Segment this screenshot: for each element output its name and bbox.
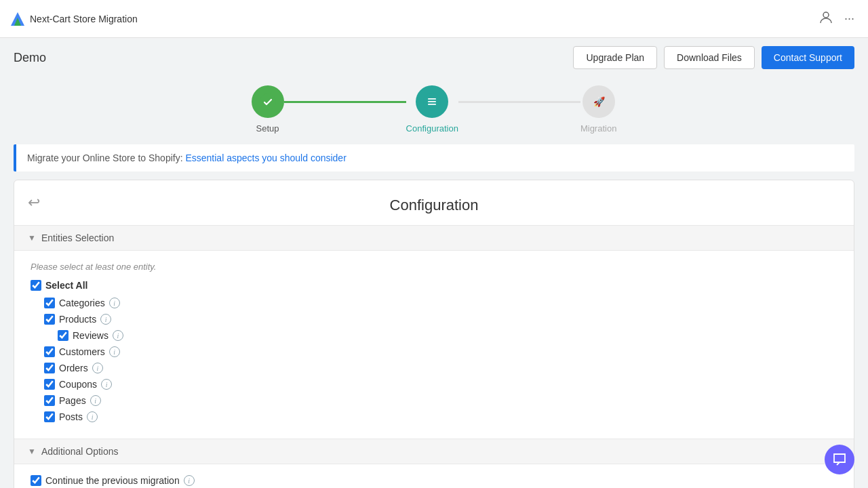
step-setup-circle	[252, 85, 284, 118]
contact-support-button[interactable]: Contact Support	[762, 46, 854, 69]
pages-label: Pages	[59, 395, 86, 406]
coupons-checkbox[interactable]	[44, 379, 55, 390]
opt-continue-migration: Continue the previous migration i	[31, 475, 837, 486]
pages-info-icon[interactable]: i	[90, 395, 101, 406]
orders-label: Orders	[59, 363, 88, 373]
orders-info-icon[interactable]: i	[92, 363, 103, 373]
entities-section-header: ▼ Entities Selection	[14, 225, 854, 251]
upgrade-plan-button[interactable]: Upgrade Plan	[573, 46, 657, 69]
reviews-label: Reviews	[73, 330, 108, 341]
reviews-info-icon[interactable]: i	[113, 330, 123, 341]
more-options-btn[interactable]: ···	[842, 9, 857, 28]
customers-info-icon[interactable]: i	[109, 346, 120, 357]
svg-point-3	[260, 94, 276, 110]
customers-label: Customers	[59, 346, 105, 357]
step-migration-label: Migration	[580, 123, 616, 134]
entity-reviews: Reviews i	[58, 330, 837, 341]
entity-categories: Categories i	[44, 298, 837, 308]
additional-options-body: Continue the previous migration i Clear …	[14, 464, 854, 488]
step-configuration-circle	[416, 85, 448, 118]
entity-pages: Pages i	[44, 395, 837, 406]
stepper: Setup Configuration 🚀 Migration	[0, 69, 868, 144]
additional-section-header: ▼ Additional Options	[14, 439, 854, 464]
continue-migration-label: Continue the previous migration	[45, 475, 180, 486]
step-setup-label: Setup	[256, 123, 279, 134]
svg-rect-6	[428, 101, 436, 102]
entity-orders: Orders i	[44, 363, 837, 373]
categories-checkbox[interactable]	[44, 298, 55, 308]
config-title: Configuration	[14, 180, 854, 225]
customers-checkbox[interactable]	[44, 346, 55, 357]
app-title: Next-Cart Store Migration	[30, 14, 138, 24]
topbar: Next-Cart Store Migration ···	[0, 0, 868, 38]
step-line-1	[284, 101, 406, 103]
svg-rect-7	[428, 104, 436, 105]
svg-point-2	[823, 12, 829, 18]
entity-products: Products i	[44, 314, 837, 325]
svg-text:🚀: 🚀	[593, 96, 605, 108]
categories-label: Categories	[59, 298, 105, 308]
reviews-checkbox[interactable]	[58, 330, 68, 341]
info-banner-text: Migrate your Online Store to Shopify:	[27, 152, 183, 163]
coupons-label: Coupons	[59, 379, 97, 390]
continue-migration-info-icon[interactable]: i	[184, 475, 195, 486]
app-logo-icon	[11, 12, 24, 26]
step-migration: 🚀 Migration	[580, 85, 616, 134]
config-card: ↩ Configuration ▼ Entities Selection Ple…	[14, 180, 854, 488]
pages-checkbox[interactable]	[44, 395, 55, 406]
entity-select-all: Select All	[31, 280, 837, 291]
svg-rect-5	[428, 98, 436, 100]
header-actions: Upgrade Plan Download Files Contact Supp…	[573, 46, 854, 69]
select-all-checkbox[interactable]	[31, 280, 41, 291]
entities-hint: Please select at least one entity.	[31, 262, 837, 272]
entities-header-label: Entities Selection	[41, 232, 114, 243]
info-banner-link[interactable]: Essential aspects you should consider	[185, 152, 346, 163]
main-area: Migrate your Online Store to Shopify: Es…	[0, 144, 868, 488]
products-checkbox[interactable]	[44, 314, 55, 325]
entities-collapse-icon[interactable]: ▼	[28, 233, 36, 243]
step-configuration-label: Configuration	[406, 123, 458, 134]
additional-header-label: Additional Options	[41, 446, 119, 457]
posts-checkbox[interactable]	[44, 411, 55, 422]
categories-info-icon[interactable]: i	[109, 298, 120, 308]
entity-posts: Posts i	[44, 411, 837, 422]
products-info-icon[interactable]: i	[100, 314, 111, 325]
topbar-icons: ···	[816, 7, 857, 30]
download-files-button[interactable]: Download Files	[664, 46, 755, 69]
step-line-2	[458, 101, 580, 103]
step-migration-circle: 🚀	[583, 85, 615, 118]
orders-checkbox[interactable]	[44, 363, 55, 373]
demo-label: Demo	[14, 51, 46, 65]
continue-migration-checkbox[interactable]	[31, 475, 41, 486]
info-banner: Migrate your Online Store to Shopify: Es…	[14, 144, 854, 171]
user-icon-btn[interactable]	[816, 7, 836, 30]
entity-customers: Customers i	[44, 346, 837, 357]
topbar-left: Next-Cart Store Migration	[11, 12, 138, 26]
posts-label: Posts	[59, 411, 83, 422]
step-configuration: Configuration	[406, 85, 458, 134]
select-all-label: Select All	[45, 280, 88, 291]
coupons-info-icon[interactable]: i	[101, 379, 112, 390]
step-setup: Setup	[252, 85, 284, 134]
chat-button[interactable]	[825, 445, 854, 474]
back-button[interactable]: ↩	[28, 194, 40, 211]
additional-collapse-icon[interactable]: ▼	[28, 447, 36, 456]
entity-coupons: Coupons i	[44, 379, 837, 390]
posts-info-icon[interactable]: i	[87, 411, 98, 422]
products-label: Products	[59, 314, 96, 325]
entities-body: Please select at least one entity. Selec…	[14, 251, 854, 439]
